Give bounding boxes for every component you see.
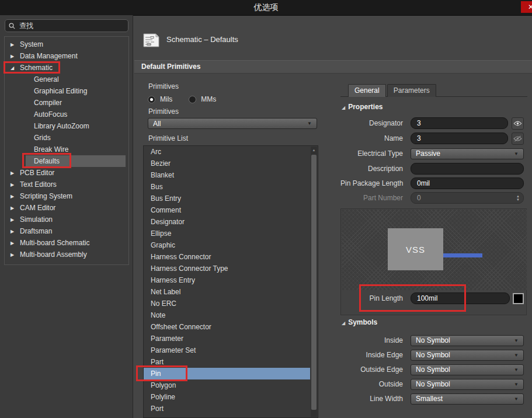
collapsed-arrow-icon[interactable]: ▶	[11, 182, 20, 187]
name-hidden-button[interactable]	[512, 133, 524, 145]
primitive-item-pin[interactable]: Pin	[144, 368, 310, 379]
scrollbar[interactable]: ▲	[311, 147, 317, 417]
tab-parameters[interactable]: Parameters	[387, 84, 436, 97]
tree-item-pcb-editor[interactable]: ▶PCB Editor	[5, 167, 128, 179]
tree-item-simulation[interactable]: ▶Simulation	[5, 214, 128, 225]
tree-item-schematic[interactable]: ◢Schematic	[5, 62, 128, 74]
outside-edge-dropdown[interactable]: No Symbol▼	[411, 364, 524, 375]
primitive-item-harness-connector-type[interactable]: Harness Connector Type	[144, 263, 310, 274]
primitive-item-harness-entry[interactable]: Harness Entry	[144, 274, 310, 286]
primitive-item-graphic[interactable]: Graphic	[144, 239, 310, 251]
description-input[interactable]	[411, 163, 524, 175]
primitive-item-blanket[interactable]: Blanket	[144, 169, 310, 181]
name-input[interactable]	[411, 133, 508, 144]
search-icon	[9, 23, 15, 29]
tree-item-break-wire[interactable]: Break Wire	[5, 144, 128, 155]
mils-radio[interactable]	[148, 96, 155, 103]
outside-dropdown[interactable]: No Symbol▼	[411, 379, 524, 390]
tree-item-scripting-system[interactable]: ▶Scripting System	[5, 190, 128, 202]
close-button[interactable]: ✕	[521, 1, 532, 13]
tree-item-grids[interactable]: Grids	[5, 132, 128, 144]
collapsed-arrow-icon[interactable]: ▶	[11, 217, 20, 222]
chevron-down-icon: ▼	[514, 338, 519, 343]
line-width-dropdown[interactable]: Smallest▼	[411, 393, 524, 405]
tree-item-label: General	[26, 74, 59, 85]
search-input[interactable]	[18, 21, 124, 30]
primitive-item-bus-entry[interactable]: Bus Entry	[144, 193, 310, 204]
tree-item-autofocus[interactable]: AutoFocus	[5, 109, 128, 120]
inside-edge-dropdown[interactable]: No Symbol▼	[411, 350, 524, 361]
pin-preview-canvas: VSS	[342, 210, 527, 290]
part-number-stepper[interactable]: 0 ▲▼	[411, 192, 524, 204]
symbols-section-header[interactable]: ◢Symbols	[342, 318, 377, 326]
chevron-down-icon: ▼	[514, 382, 519, 387]
primitive-item-parameter[interactable]: Parameter	[144, 333, 310, 344]
mms-radio-label: MMs	[201, 95, 216, 103]
primitive-item-ellipse[interactable]: Ellipse	[144, 228, 310, 239]
electrical-type-label: Electrical Type	[340, 149, 403, 158]
pin-body-preview: VSS	[388, 228, 443, 270]
collapsed-arrow-icon[interactable]: ▶	[11, 252, 20, 257]
collapsed-arrow-icon[interactable]: ▶	[11, 170, 20, 176]
scrollbar-thumb[interactable]	[311, 155, 317, 410]
mms-radio[interactable]	[189, 96, 196, 103]
primitive-item-bus[interactable]: Bus	[144, 181, 310, 193]
search-box[interactable]	[5, 19, 128, 32]
collapsed-arrow-icon[interactable]: ▶	[11, 54, 20, 59]
primitive-item-designator[interactable]: Designator	[144, 216, 310, 228]
primitive-item-comment[interactable]: Comment	[144, 204, 310, 216]
tree-item-graphical-editing[interactable]: Graphical Editing	[5, 85, 128, 97]
primitive-item-parameter-set[interactable]: Parameter Set	[144, 344, 310, 356]
tab-general[interactable]: General	[348, 84, 386, 97]
primitive-item-polygon[interactable]: Polygon	[144, 379, 310, 391]
collapsed-arrow-icon[interactable]: ▶	[11, 241, 20, 246]
primitive-item-no-erc[interactable]: No ERC	[144, 298, 310, 309]
line-width-value: Smallest	[416, 395, 514, 403]
tree-item-compiler[interactable]: Compiler	[5, 97, 128, 109]
scroll-up-icon[interactable]: ▲	[311, 147, 317, 154]
primitive-item-offsheet-connector[interactable]: Offsheet Connector	[144, 321, 310, 333]
electrical-type-dropdown[interactable]: Passive ▼	[411, 148, 524, 159]
tree-item-data-management[interactable]: ▶Data Management	[5, 50, 128, 62]
spinner-arrows-icon[interactable]: ▲▼	[516, 194, 520, 201]
primitive-item-harness-connector[interactable]: Harness Connector	[144, 251, 310, 263]
primitive-item-port[interactable]: Port	[144, 403, 310, 414]
inside-edge-label: Inside Edge	[340, 351, 403, 359]
part-number-value: 0	[417, 194, 516, 202]
primitive-item-note[interactable]: Note	[144, 309, 310, 321]
collapsed-arrow-icon[interactable]: ▶	[11, 194, 20, 199]
primitive-item-polyline[interactable]: Polyline	[144, 391, 310, 403]
collapse-triangle-icon: ◢	[342, 105, 345, 110]
primitive-list-items: ArcBezierBlanketBusBus EntryCommentDesig…	[144, 146, 318, 414]
line-width-label: Line Width	[340, 395, 403, 403]
primitive-item-bezier[interactable]: Bezier	[144, 158, 310, 169]
tree-item-label: Grids	[26, 132, 51, 144]
tree-item-library-autozoom[interactable]: Library AutoZoom	[5, 120, 128, 132]
tree-item-system[interactable]: ▶System	[5, 39, 128, 50]
tree-item-label: Draftsman	[20, 225, 52, 237]
tree-item-defaults[interactable]: Defaults	[5, 155, 128, 167]
primitive-item-arc[interactable]: Arc	[144, 146, 310, 158]
tree-item-general[interactable]: General	[5, 74, 128, 85]
pin-color-swatch[interactable]	[513, 293, 524, 304]
designator-visible-button[interactable]	[512, 117, 524, 130]
primitives-filter-dropdown[interactable]: All ▼	[148, 118, 317, 129]
expanded-arrow-icon[interactable]: ◢	[11, 65, 20, 71]
primitive-item-net-label[interactable]: Net Label	[144, 286, 310, 298]
outside-value: No Symbol	[416, 380, 514, 388]
collapsed-arrow-icon[interactable]: ▶	[11, 205, 20, 211]
pin-length-input[interactable]	[411, 292, 510, 304]
collapsed-arrow-icon[interactable]: ▶	[11, 42, 20, 47]
primitive-item-part[interactable]: Part	[144, 356, 310, 368]
tree-item-multi-board-schematic[interactable]: ▶Multi-board Schematic	[5, 237, 128, 249]
tree-item-cam-editor[interactable]: ▶CAM Editor	[5, 202, 128, 214]
designator-input[interactable]	[411, 117, 508, 129]
inside-dropdown[interactable]: No Symbol▼	[411, 335, 524, 346]
pin-package-length-input[interactable]	[411, 177, 524, 189]
tree-item-draftsman[interactable]: ▶Draftsman	[5, 225, 128, 237]
tree-item-text-editors[interactable]: ▶Text Editors	[5, 179, 128, 190]
properties-section-header[interactable]: ◢Properties	[342, 103, 383, 111]
tree-item-multi-board-assembly[interactable]: ▶Multi-board Assembly	[5, 249, 128, 260]
collapsed-arrow-icon[interactable]: ▶	[11, 229, 20, 234]
primitive-list: ArcBezierBlanketBusBus EntryCommentDesig…	[143, 145, 318, 418]
